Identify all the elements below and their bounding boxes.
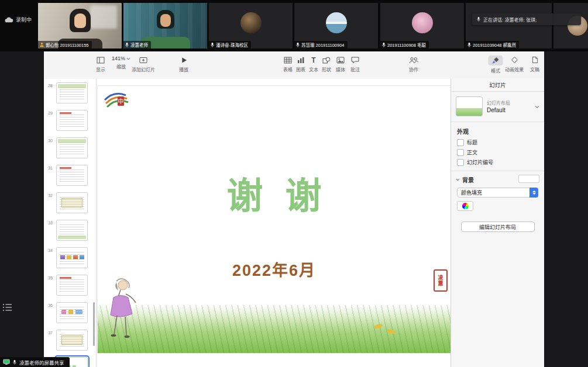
slide-number: 32 <box>44 193 53 198</box>
participant-tile-suhuiyu[interactable]: 苏慧瑜 201911100904 <box>294 3 378 49</box>
slide-number: 31 <box>44 166 53 170</box>
mic-icon <box>295 42 300 48</box>
participant-tile-panshirui[interactable]: 潘诗睿-珠海校区 <box>209 3 293 49</box>
checkbox[interactable] <box>457 149 464 156</box>
slide-number: 28 <box>44 84 53 88</box>
slide-thumbnail[interactable] <box>56 192 88 213</box>
body-checkbox-row[interactable]: 正文 <box>457 148 544 156</box>
slide-thumbnail[interactable] <box>56 302 88 323</box>
slide-thumbnail[interactable] <box>56 275 88 296</box>
text-button[interactable]: T 文本 <box>309 56 318 72</box>
participant-name: 郭心怡 201911100155 <box>46 41 89 48</box>
participant-tile-haoyinran[interactable]: 201911039048 郝胤然 <box>466 3 552 49</box>
comment-button[interactable]: 批注 <box>350 56 360 72</box>
play-button[interactable]: 播放 <box>179 56 188 72</box>
fill-type-select[interactable]: 颜色填充 <box>457 188 538 198</box>
slide-thumbnail[interactable] <box>56 82 88 103</box>
layout-preview <box>456 96 483 116</box>
play-icon <box>181 57 187 64</box>
member-icon <box>39 42 44 47</box>
background-swatch[interactable] <box>518 175 539 183</box>
checkbox[interactable] <box>457 159 464 166</box>
shape-icon <box>322 57 331 64</box>
text-icon: T <box>311 56 315 64</box>
slide-thumbnail[interactable] <box>56 220 88 241</box>
title-checkbox-row[interactable]: 标题 <box>457 139 544 146</box>
participant-tile-guoxinyi[interactable]: 郭心怡 201911100155 <box>38 3 122 49</box>
recording-label: 录制中 <box>16 16 32 23</box>
edit-layout-button[interactable]: 编辑幻灯片布局 <box>461 221 535 232</box>
slide-thumbnail[interactable] <box>56 330 88 351</box>
animate-icon <box>511 56 518 64</box>
slide-number: 36 <box>44 303 53 307</box>
avatar <box>412 12 433 33</box>
recording-indicator: 录制中 <box>5 16 32 23</box>
comment-icon <box>351 57 359 64</box>
participant-tile-partial[interactable] <box>553 3 588 49</box>
participant-tile-linghui[interactable]: 凌蕙老师 <box>123 3 207 49</box>
participant-tile-maocong[interactable]: 201911100908 毛聪 <box>380 3 464 49</box>
format-button[interactable]: 格式 <box>489 56 503 74</box>
participant-name: 201911039048 郝胤然 <box>473 41 516 48</box>
keynote-toolbar: 显示 141% 缩放 添加幻灯片 播放 <box>44 51 544 79</box>
school-logo: 中 <box>102 89 130 113</box>
slide-canvas: 中 谢谢 2022年6月 凌蕙 <box>97 79 451 367</box>
view-icon <box>97 57 105 64</box>
screen-share-indicator[interactable]: 凌蕙老师的屏幕共享 <box>0 357 70 367</box>
select-stepper <box>529 188 538 198</box>
slide-thumbnail[interactable] <box>56 137 88 158</box>
slide-navigator: 28 29 30 31 32 33 34 35 36 37 谢谢 <box>44 79 97 367</box>
cloud-icon <box>5 17 13 23</box>
chart-button[interactable]: 图表 <box>296 56 305 72</box>
mic-icon <box>476 16 481 22</box>
document-icon <box>532 56 538 64</box>
media-button[interactable]: 媒体 <box>336 56 345 72</box>
shared-screen: 显示 141% 缩放 添加幻灯片 播放 <box>44 51 544 367</box>
participant-nameplate: 潘诗睿-珠海校区 <box>209 41 251 49</box>
zoom-control[interactable]: 141% 缩放 <box>112 56 130 70</box>
svg-text:中: 中 <box>118 98 124 105</box>
layout-label: 幻灯片布局 <box>487 99 510 106</box>
animate-button[interactable]: 动画效果 <box>505 56 524 72</box>
speaking-banner[interactable]: 正在讲话: 凌蕙老师; 张琪; <box>472 13 581 25</box>
meeting-panel-toggle[interactable] <box>2 303 13 312</box>
slide-number: 33 <box>44 221 53 225</box>
collaborate-button[interactable]: 协作 <box>409 56 418 72</box>
slide-thumbnail[interactable] <box>56 247 88 268</box>
grass-artwork <box>98 305 451 353</box>
appearance-heading: 外观 <box>457 127 544 136</box>
video-strip: 录制中 郭心怡 201911100155 凌蕙老师 <box>0 0 588 51</box>
table-button[interactable]: 表格 <box>283 56 293 72</box>
slide-number-checkbox-row[interactable]: 幻灯片编号 <box>457 158 544 166</box>
share-banner-text: 凌蕙老师的屏幕共享 <box>19 359 64 366</box>
media-icon <box>336 57 345 64</box>
mic-icon <box>125 42 129 48</box>
disclosure-chevron-icon <box>456 178 460 181</box>
collaborate-icon <box>409 57 418 64</box>
add-slide-button[interactable]: 添加幻灯片 <box>132 56 155 72</box>
checkbox[interactable] <box>457 139 464 146</box>
view-button[interactable]: 显示 <box>96 56 105 72</box>
paintbrush-icon <box>492 57 500 64</box>
chevron-down-icon <box>535 105 539 108</box>
avatar <box>326 12 347 33</box>
navigator-scrollbar[interactable] <box>93 302 95 346</box>
slide-thumbnail[interactable] <box>56 110 88 131</box>
mic-icon <box>12 359 17 365</box>
color-well[interactable] <box>457 201 473 211</box>
slide-layout-selector[interactable]: 幻灯片布局 Default <box>451 92 544 122</box>
list-icon <box>2 303 13 312</box>
shape-button[interactable]: 形状 <box>322 56 331 72</box>
slide-title: 谢谢 <box>98 167 451 219</box>
document-button[interactable]: 文稿 <box>530 56 539 72</box>
participant-nameplate: 苏慧瑜 201911100904 <box>294 41 348 49</box>
slide-thumbnail[interactable] <box>56 165 88 186</box>
speaking-text: 正在讲话: 凌蕙老师; 张琪; <box>483 16 537 23</box>
background-section-header[interactable]: 背景 <box>456 175 539 184</box>
layout-value: Default <box>487 107 510 113</box>
chevron-down-icon <box>126 57 130 60</box>
slide-number: 29 <box>44 111 53 115</box>
slide-date: 2022年6月 <box>98 258 451 281</box>
participant-name: 潘诗睿-珠海校区 <box>216 41 248 48</box>
current-slide[interactable]: 中 谢谢 2022年6月 凌蕙 <box>98 86 451 353</box>
